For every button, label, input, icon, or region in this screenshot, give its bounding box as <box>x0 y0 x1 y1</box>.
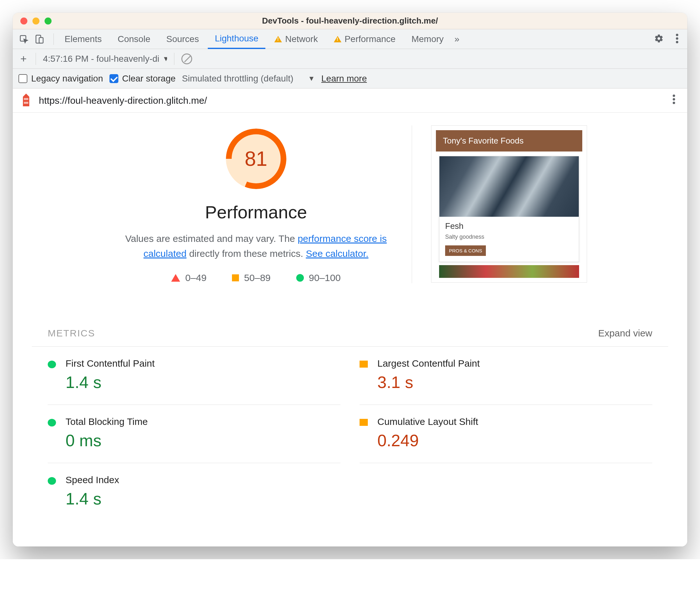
tab-memory[interactable]: Memory <box>404 29 451 49</box>
metric-value: 3.1 s <box>377 373 480 392</box>
tab-label: Elements <box>65 34 102 44</box>
svg-point-10 <box>673 102 675 104</box>
metric-fcp[interactable]: First Contentful Paint 1.4 s <box>48 347 340 405</box>
metric-label: Total Blocking Time <box>66 416 148 427</box>
metric-speed-index[interactable]: Speed Index 1.4 s <box>48 463 340 521</box>
tab-label: Performance <box>344 34 395 44</box>
tab-label: Sources <box>166 34 199 44</box>
svg-rect-7 <box>24 102 28 104</box>
svg-point-4 <box>676 37 678 40</box>
metric-label: Cumulative Layout Shift <box>377 416 478 427</box>
svg-point-9 <box>673 98 675 100</box>
learn-more-link[interactable]: Learn more <box>321 73 367 84</box>
chevron-down-icon: ▼ <box>163 55 167 63</box>
tab-label: Memory <box>411 34 443 44</box>
checkbox-icon <box>19 74 27 83</box>
metric-value: 1.4 s <box>66 489 119 508</box>
triangle-icon <box>171 274 180 282</box>
clear-icon[interactable] <box>182 53 192 64</box>
score-legend: 0–49 50–89 90–100 <box>171 273 340 283</box>
category-description: Values are estimated and may vary. The p… <box>122 231 390 261</box>
preview-card: Fesh Salty goodness PROS & CONS <box>439 156 579 262</box>
tab-lighthouse[interactable]: Lighthouse <box>208 30 265 49</box>
tabs-row: Elements Console Sources Lighthouse Netw… <box>13 29 687 49</box>
legend-good: 90–100 <box>296 273 341 283</box>
preview-card-subtitle: Salty goodness <box>445 234 573 240</box>
calculator-link[interactable]: See calculator. <box>306 248 368 259</box>
report-dropdown[interactable]: 4:57:16 PM - foul-heavenly-di ▼ <box>43 54 167 64</box>
metric-lcp[interactable]: Largest Contentful Paint 3.1 s <box>360 347 652 405</box>
preview-image <box>439 156 579 217</box>
audited-url: https://foul-heavenly-direction.glitch.m… <box>39 95 207 106</box>
titlebar: DevTools - foul-heavenly-direction.glitc… <box>13 13 687 29</box>
metrics-grid: First Contentful Paint 1.4 s Largest Con… <box>32 347 668 521</box>
metric-label: Largest Contentful Paint <box>377 358 480 369</box>
status-square-icon <box>360 419 368 426</box>
preview-card-title: Fesh <box>445 221 573 231</box>
new-report-button[interactable]: + <box>19 54 29 64</box>
report-body: 81 Performance Values are estimated and … <box>13 113 687 546</box>
more-tabs-icon[interactable]: » <box>454 34 459 44</box>
score-value: 81 <box>232 134 281 183</box>
chevron-down-icon: ▼ <box>308 74 315 83</box>
option-label: Clear storage <box>122 73 176 84</box>
lighthouse-icon <box>20 94 32 108</box>
svg-point-5 <box>676 41 678 43</box>
circle-icon <box>296 274 304 282</box>
metric-label: First Contentful Paint <box>66 358 155 369</box>
status-circle-icon <box>48 360 56 368</box>
svg-point-3 <box>676 34 678 36</box>
metric-value: 0.249 <box>377 431 478 450</box>
checkbox-checked-icon <box>110 74 118 83</box>
tab-label: Console <box>118 34 150 44</box>
device-toggle-icon[interactable] <box>34 34 44 44</box>
throttling-dropdown[interactable]: Simulated throttling (default) ▼ <box>182 73 315 84</box>
clear-storage-checkbox[interactable]: Clear storage <box>110 73 176 84</box>
minimize-icon[interactable] <box>32 18 40 24</box>
tab-label: Lighthouse <box>215 33 258 44</box>
expand-view-toggle[interactable]: Expand view <box>598 328 652 339</box>
category-title: Performance <box>205 202 307 223</box>
status-square-icon <box>360 360 368 368</box>
tab-console[interactable]: Console <box>111 29 158 49</box>
metric-cls[interactable]: Cumulative Layout Shift 0.249 <box>360 405 652 463</box>
close-icon[interactable] <box>20 18 27 24</box>
tab-performance[interactable]: Performance <box>327 29 403 49</box>
page-screenshot-preview: Tony's Favorite Foods Fesh Salty goodnes… <box>431 125 587 283</box>
report-label: 4:57:16 PM - foul-heavenly-di <box>43 54 160 64</box>
warning-icon <box>334 36 341 42</box>
window-title: DevTools - foul-heavenly-direction.glitc… <box>13 16 687 26</box>
settings-icon[interactable] <box>649 34 669 45</box>
metrics-heading: METRICS <box>48 328 95 339</box>
status-circle-icon <box>48 419 56 426</box>
traffic-lights <box>13 18 52 24</box>
report-summary: 81 Performance Values are estimated and … <box>32 125 668 283</box>
status-circle-icon <box>48 477 56 485</box>
metric-value: 1.4 s <box>66 373 155 392</box>
metric-value: 0 ms <box>66 431 148 450</box>
maximize-icon[interactable] <box>45 18 52 24</box>
metrics-header: METRICS Expand view <box>32 328 668 347</box>
score-gauge: 81 <box>226 129 286 189</box>
legend-bad: 0–49 <box>171 273 207 283</box>
kebab-menu-icon[interactable] <box>671 34 683 45</box>
tab-elements[interactable]: Elements <box>57 29 109 49</box>
metric-label: Speed Index <box>66 474 119 485</box>
report-toolbar: + 4:57:16 PM - foul-heavenly-di ▼ <box>13 49 687 69</box>
separator <box>53 33 54 45</box>
metric-tbt[interactable]: Total Blocking Time 0 ms <box>48 405 340 463</box>
square-icon <box>232 274 239 281</box>
tab-network[interactable]: Network <box>267 29 325 49</box>
score-column: 81 Performance Values are estimated and … <box>113 125 412 283</box>
inspect-element-icon[interactable] <box>19 34 29 44</box>
url-row: https://foul-heavenly-direction.glitch.m… <box>13 89 687 113</box>
tab-label: Network <box>285 34 318 44</box>
devtools-window: DevTools - foul-heavenly-direction.glitc… <box>13 13 687 546</box>
legend-mid: 50–89 <box>232 273 270 283</box>
legacy-nav-checkbox[interactable]: Legacy navigation <box>19 73 103 84</box>
tab-sources[interactable]: Sources <box>159 29 206 49</box>
warning-icon <box>274 36 282 42</box>
option-label: Legacy navigation <box>31 73 103 84</box>
kebab-menu-icon[interactable] <box>668 95 680 106</box>
svg-point-8 <box>673 95 675 97</box>
